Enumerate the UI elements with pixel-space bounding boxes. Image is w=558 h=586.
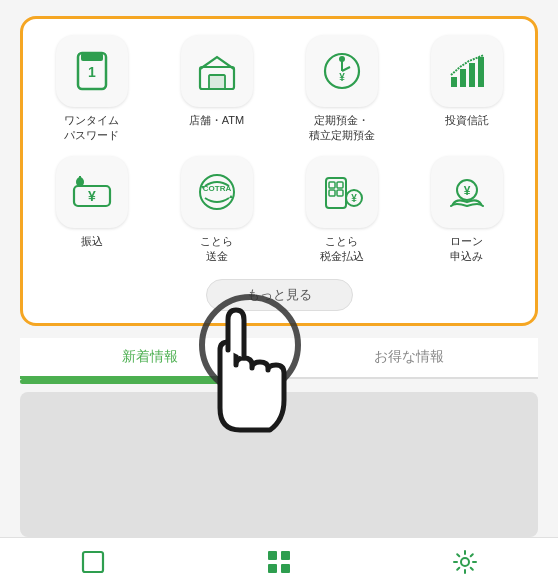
- store-atm-icon-box: [181, 35, 253, 107]
- tax-item[interactable]: ¥ ことら税金払込: [285, 156, 398, 265]
- loan-icon: ¥: [445, 170, 489, 214]
- nav-home[interactable]: [79, 548, 107, 576]
- furikomi-label: 振込: [81, 234, 103, 249]
- main-section: 1 ワンタイムパスワード 店舗・ATM: [20, 16, 538, 326]
- teiki-icon: ¥: [320, 49, 364, 93]
- teiki-item[interactable]: ¥ 定期預金・積立定期預金: [285, 35, 398, 144]
- otp-icon-box: 1: [56, 35, 128, 107]
- cotra-icon: COTRA: [195, 170, 239, 214]
- furikomi-icon-box: ¥: [56, 156, 128, 228]
- svg-rect-35: [281, 564, 290, 573]
- svg-rect-24: [337, 182, 343, 188]
- svg-rect-23: [329, 182, 335, 188]
- furikomi-item[interactable]: ¥ 振込: [35, 156, 148, 265]
- svg-rect-4: [209, 75, 225, 89]
- svg-point-36: [461, 558, 469, 566]
- svg-text:¥: ¥: [339, 72, 345, 83]
- svg-rect-31: [83, 552, 103, 572]
- gear-icon: [451, 548, 479, 576]
- store-atm-label: 店舗・ATM: [189, 113, 244, 128]
- otp-label: ワンタイムパスワード: [64, 113, 119, 144]
- investment-label: 投資信託: [445, 113, 489, 128]
- teiki-icon-box: ¥: [306, 35, 378, 107]
- hand-cursor-icon: [185, 290, 335, 460]
- otp-item[interactable]: 1 ワンタイムパスワード: [35, 35, 148, 144]
- svg-rect-33: [281, 551, 290, 560]
- svg-rect-11: [451, 77, 457, 87]
- cursor-overlay: [185, 290, 335, 464]
- svg-text:¥: ¥: [88, 188, 96, 204]
- tax-icon: ¥: [320, 170, 364, 214]
- square-icon: [79, 548, 107, 576]
- cotra-icon-box: COTRA: [181, 156, 253, 228]
- loan-item[interactable]: ¥ ローン申込み: [410, 156, 523, 265]
- svg-text:1: 1: [88, 64, 96, 80]
- cotra-item[interactable]: COTRA ことら送金: [160, 156, 273, 265]
- svg-text:¥: ¥: [463, 184, 470, 198]
- svg-rect-34: [268, 564, 277, 573]
- loan-label: ローン申込み: [450, 234, 483, 265]
- investment-icon-box: [431, 35, 503, 107]
- nav-settings[interactable]: [451, 548, 479, 576]
- svg-rect-32: [268, 551, 277, 560]
- grid-icon: [265, 548, 293, 576]
- investment-item[interactable]: 投資信託: [410, 35, 523, 144]
- tax-label: ことら税金払込: [320, 234, 364, 265]
- investment-icon: [445, 49, 489, 93]
- teiki-label: 定期預金・積立定期預金: [309, 113, 375, 144]
- svg-rect-25: [329, 190, 335, 196]
- svg-rect-13: [469, 63, 475, 87]
- nav-menu[interactable]: [265, 548, 293, 576]
- svg-line-9: [342, 67, 350, 71]
- svg-rect-1: [81, 53, 103, 61]
- screen: 1 ワンタイムパスワード 店舗・ATM: [0, 0, 558, 586]
- loan-icon-box: ¥: [431, 156, 503, 228]
- svg-text:¥: ¥: [351, 193, 357, 204]
- store-atm-icon: [195, 49, 239, 93]
- furikomi-icon: ¥: [70, 170, 114, 214]
- cotra-label: ことら送金: [200, 234, 233, 265]
- tax-icon-box: ¥: [306, 156, 378, 228]
- bottom-nav: [0, 537, 558, 586]
- svg-rect-12: [460, 69, 466, 87]
- otp-icon: 1: [70, 49, 114, 93]
- svg-rect-14: [478, 57, 484, 87]
- svg-rect-26: [337, 190, 343, 196]
- store-atm-item[interactable]: 店舗・ATM: [160, 35, 273, 144]
- icon-grid: 1 ワンタイムパスワード 店舗・ATM: [35, 35, 523, 265]
